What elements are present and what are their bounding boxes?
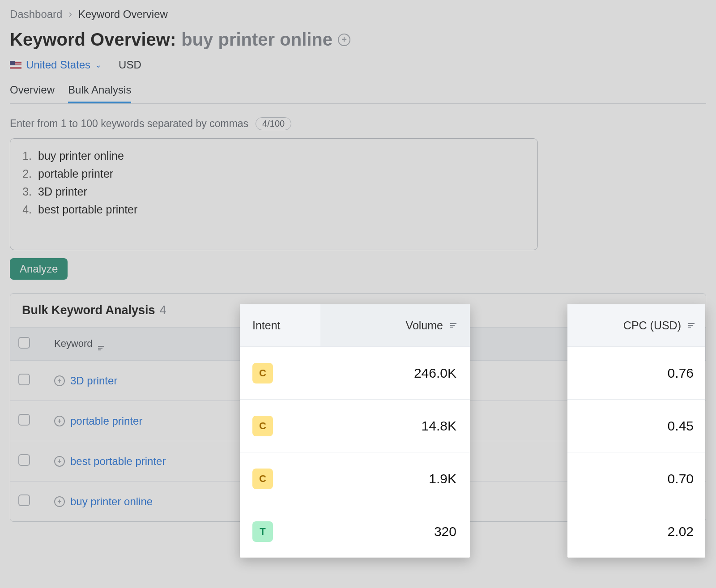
chevron-down-icon: ⌄ (95, 60, 102, 70)
plus-circle-icon[interactable]: + (54, 496, 65, 507)
chevron-right-icon: › (68, 9, 72, 20)
breadcrumb-current: Keyword Overview (78, 8, 168, 21)
volume-value: 14.8K (320, 418, 470, 434)
volume-value: 320 (320, 524, 470, 539)
volume-value: 246.0K (320, 366, 470, 381)
table-row: C 246.0K (240, 346, 470, 399)
breadcrumb-root[interactable]: Dashboard (10, 8, 62, 21)
country-selector[interactable]: United States ⌄ (10, 59, 102, 71)
row-checkbox[interactable] (18, 494, 30, 506)
list-item: 4.best portable printer (20, 200, 528, 218)
table-row: C 1.9K (240, 452, 470, 505)
table-row: 0.70 (567, 452, 705, 505)
keyword-list: 1.buy printer online 2.portable printer … (20, 147, 528, 218)
intent-badge: T (252, 521, 273, 542)
title-keyword: buy printer online (181, 30, 332, 50)
volume-value: 1.9K (320, 471, 470, 486)
locale-row: United States ⌄ USD (10, 59, 706, 71)
plus-circle-icon[interactable]: + (54, 375, 65, 386)
sort-icon (450, 323, 456, 328)
cpc-value: 0.70 (567, 471, 705, 486)
country-name: United States (26, 59, 90, 71)
analyze-button[interactable]: Analyze (10, 258, 68, 280)
sort-icon (688, 323, 695, 328)
col-intent[interactable]: Intent (240, 319, 320, 332)
table-row: C 14.8K (240, 399, 470, 452)
helper-row: Enter from 1 to 100 keywords separated b… (10, 117, 706, 130)
currency-label: USD (119, 59, 141, 71)
helper-text: Enter from 1 to 100 keywords separated b… (10, 118, 248, 130)
plus-circle-icon[interactable]: + (54, 416, 65, 426)
list-item: 3.3D printer (20, 183, 528, 200)
row-checkbox[interactable] (18, 414, 30, 426)
keyword-input-box[interactable]: 1.buy printer online 2.portable printer … (10, 138, 538, 250)
select-all-checkbox[interactable] (10, 337, 46, 351)
tab-overview[interactable]: Overview (10, 84, 55, 103)
table-row: 0.45 (567, 399, 705, 452)
table-row: 0.76 (567, 346, 705, 399)
intent-badge: C (252, 363, 273, 383)
row-checkbox[interactable] (18, 454, 30, 466)
add-keyword-icon[interactable]: + (338, 34, 350, 46)
breadcrumb: Dashboard › Keyword Overview (10, 8, 706, 21)
page-title: Keyword Overview: buy printer online + (10, 30, 706, 50)
intent-badge: C (252, 416, 273, 436)
list-item: 2.portable printer (20, 165, 528, 183)
cpc-panel: CPC (USD) 0.76 0.45 0.70 2.02 (567, 304, 705, 558)
list-item: 1.buy printer online (20, 147, 528, 165)
table-row: T 320 (240, 505, 470, 558)
cpc-value: 0.76 (567, 366, 705, 381)
tab-bulk-analysis[interactable]: Bulk Analysis (68, 84, 131, 103)
cpc-header: CPC (USD) (567, 304, 705, 346)
keyword-count-pill: 4/100 (256, 117, 291, 130)
intent-badge: C (252, 469, 273, 489)
tabs: Overview Bulk Analysis (10, 84, 706, 104)
results-count: 4 (160, 303, 166, 317)
col-cpc[interactable]: CPC (USD) (567, 304, 705, 346)
col-volume[interactable]: Volume (320, 304, 470, 346)
cpc-value: 0.45 (567, 418, 705, 434)
us-flag-icon (10, 61, 21, 69)
row-checkbox[interactable] (18, 374, 30, 385)
intent-volume-header: Intent Volume (240, 304, 470, 346)
intent-volume-panel: Intent Volume C 246.0K C 14.8K C 1.9K T … (240, 304, 470, 558)
table-row: 2.02 (567, 505, 705, 558)
title-label: Keyword Overview: (10, 30, 176, 50)
sort-icon (98, 346, 104, 350)
cpc-value: 2.02 (567, 524, 705, 539)
plus-circle-icon[interactable]: + (54, 456, 65, 467)
